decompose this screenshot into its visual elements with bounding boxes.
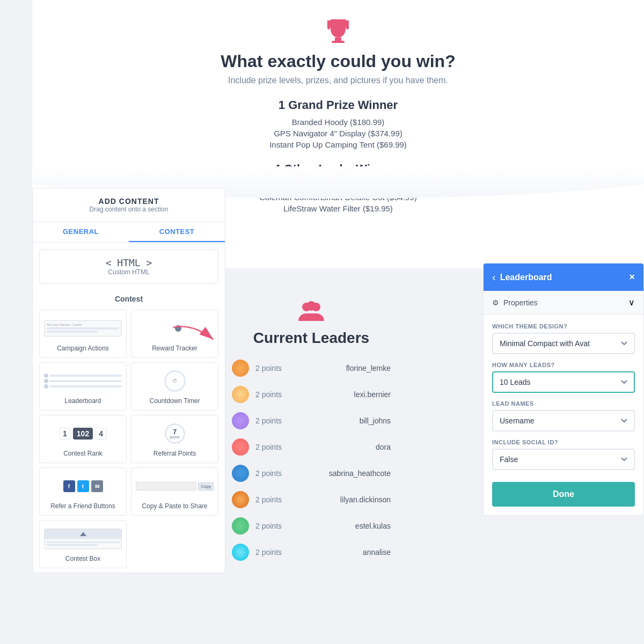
leader-points: 2 points	[255, 364, 346, 372]
leader-points: 2 points	[255, 443, 376, 451]
leader-row: 2 pointsflorine_lemke	[225, 355, 397, 382]
leader-points: 2 points	[255, 522, 355, 530]
done-button[interactable]: Done	[492, 482, 635, 507]
cb-line-2	[46, 544, 98, 546]
referral-circle: 7 points	[165, 423, 185, 444]
leaders-list: 2 pointsflorine_lemke2 pointslexi.bernie…	[225, 355, 397, 566]
prize-item-1: Branded Hoody ($180.99)	[43, 118, 633, 127]
widget-contest-rank[interactable]: 1 102 4 Contest Rank	[39, 415, 127, 463]
properties-row[interactable]: ⚙ Properties ∨	[484, 291, 643, 314]
people-icon	[296, 301, 327, 324]
lead-names-field: LEAD NAMES UsernameFull NameFirst Name	[492, 400, 635, 439]
panel-header-left: ‹ Leaderboard	[492, 271, 552, 283]
fb-btn-preview: f	[63, 480, 75, 492]
tab-general[interactable]: GENERAL	[33, 222, 129, 242]
referral-points-label: Referral Points	[136, 450, 214, 457]
chevron-down-icon: ∨	[628, 297, 635, 308]
panel-header: ‹ Leaderboard ×	[484, 264, 643, 291]
leader-name: lilyan.dickinson	[340, 495, 391, 504]
contest-box-label: Contest Box	[44, 555, 122, 562]
html-tag: < HTML >	[47, 257, 210, 268]
reward-tracker-label: Reward Tracker	[136, 345, 214, 352]
html-block[interactable]: < HTML > Custom HTML	[39, 249, 218, 284]
rank-box-2: 102	[73, 428, 93, 440]
contest-box-body	[45, 539, 121, 548]
close-icon[interactable]: ×	[629, 272, 635, 283]
widget-copy-paste[interactable]: Copy Copy & Paste to Share	[131, 467, 218, 516]
contest-box-preview-wrap	[44, 526, 122, 552]
back-icon[interactable]: ‹	[492, 271, 496, 283]
contest-box-top	[45, 529, 121, 539]
theme-design-field: WHICH THEME DESIGN? Minimal Compact with…	[492, 323, 635, 362]
cb-line-1	[46, 541, 120, 543]
social-id-label: INCLUDE SOCIAL ID?	[492, 439, 635, 445]
countdown-circle: ⏱	[164, 370, 186, 392]
referral-pts-label: points	[170, 435, 180, 439]
current-leaders-title: Current Leaders	[225, 330, 397, 347]
social-id-select[interactable]: FalseTrue	[492, 449, 635, 470]
leader-points: 2 points	[255, 469, 329, 478]
leader-row: 2 pointslexi.bernier	[225, 382, 397, 408]
copy-paste-label: Copy & Paste to Share	[136, 502, 214, 510]
leader-row: 2 pointssabrina_heathcote	[225, 460, 397, 487]
em-btn-preview: ✉	[91, 480, 103, 492]
campaign-actions-label: Campaign Actions	[44, 345, 122, 352]
leads-count-label: HOW MANY LEADS?	[492, 362, 635, 368]
widget-leaderboard[interactable]: Leaderboard	[39, 362, 127, 411]
countdown-label: Countdown Timer	[136, 397, 214, 405]
leaderboard-widget-label: Leaderboard	[44, 397, 122, 405]
leader-name: annalise	[363, 548, 391, 557]
leader-points: 2 points	[255, 548, 363, 557]
add-content-header: ADD CONTENT Drag content onto a section	[33, 188, 225, 222]
lead-names-select[interactable]: UsernameFull NameFirst Name	[492, 410, 635, 431]
leads-count-select[interactable]: 5 Leads10 Leads25 Leads50 Leads	[492, 371, 635, 393]
grand-prize-heading: 1 Grand Prize Winner	[43, 98, 633, 112]
leader-name: sabrina_heathcote	[329, 469, 391, 478]
rank-display: 1 102 4	[59, 428, 107, 440]
leader-name: dora	[376, 443, 391, 451]
leader-avatar	[232, 491, 249, 508]
referral-points-preview: 7 points	[136, 421, 214, 447]
widget-referral-points[interactable]: 7 points Referral Points	[131, 415, 218, 463]
leader-avatar	[232, 386, 249, 403]
leader-row: 2 pointsbill_johns	[225, 408, 397, 434]
leader-name: lexi.bernier	[354, 390, 391, 399]
theme-design-select[interactable]: Minimal Compact with AvatStandardCompact	[492, 333, 635, 354]
tab-contest[interactable]: CONTEST	[129, 222, 225, 242]
leader-avatar	[232, 438, 249, 456]
leader-row: 2 pointsdora	[225, 434, 397, 460]
refer-friend-preview: f t ✉	[44, 473, 122, 499]
svg-rect-0	[335, 38, 341, 41]
leader-points: 2 points	[255, 495, 340, 504]
leader-avatar	[232, 412, 249, 429]
widget-reward-tracker[interactable]: Reward Tracker	[131, 310, 218, 358]
contest-rank-preview: 1 102 4	[44, 421, 122, 447]
social-id-field: INCLUDE SOCIAL ID? FalseTrue	[492, 439, 635, 478]
contest-box-preview	[44, 529, 122, 549]
properties-left: ⚙ Properties	[492, 298, 538, 307]
social-buttons-preview: f t ✉	[63, 480, 103, 492]
add-content-subtitle: Drag content onto a section	[41, 206, 216, 213]
leader-avatar	[232, 517, 249, 535]
grand-prize-section: 1 Grand Prize Winner Branded Hoody ($180…	[43, 98, 633, 149]
rank-box-1: 1	[59, 428, 71, 440]
gear-icon: ⚙	[492, 298, 499, 307]
refer-friend-label: Refer a Friend Buttons	[44, 502, 122, 510]
widget-countdown-timer[interactable]: ⏱ Countdown Timer	[131, 362, 218, 411]
copy-paste-preview: Copy	[136, 473, 214, 499]
trophy-icon	[323, 16, 353, 46]
leader-row: 2 pointsannalise	[225, 539, 397, 566]
copy-paste-bar: Copy	[136, 482, 214, 491]
leader-row: 2 pointsestel.kulas	[225, 513, 397, 539]
lead-names-label: LEAD NAMES	[492, 400, 635, 407]
widget-refer-friend[interactable]: f t ✉ Refer a Friend Buttons	[39, 467, 127, 516]
widget-campaign-actions[interactable]: Tell your friends • 1 point Campaign Act…	[39, 310, 127, 358]
widget-contest-box[interactable]: Contest Box	[39, 520, 127, 568]
leaderboard-section: Current Leaders 2 pointsflorine_lemke2 p…	[225, 301, 397, 566]
prize-item-2: GPS Navigator 4" Display ($374.99)	[43, 129, 633, 138]
add-content-title: ADD CONTENT	[41, 197, 216, 206]
panel-body: WHICH THEME DESIGN? Minimal Compact with…	[484, 314, 643, 515]
leader-name: florine_lemke	[346, 364, 391, 372]
html-label: Custom HTML	[47, 268, 210, 276]
content-tabs: GENERAL CONTEST	[33, 222, 225, 243]
